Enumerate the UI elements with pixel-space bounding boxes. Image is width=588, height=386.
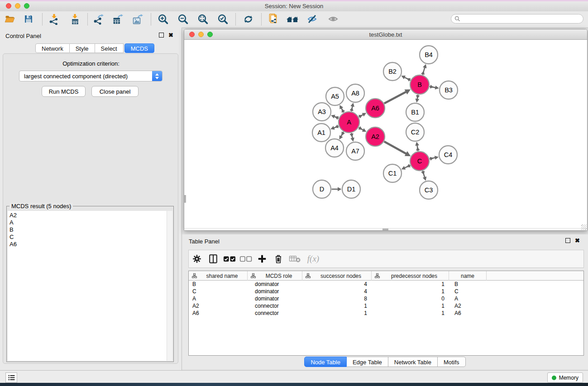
cell-shared-name[interactable]: A2 [189,302,248,310]
import-network-icon[interactable] [48,13,60,25]
graph-node-C3[interactable]: C3 [420,181,438,199]
graph-edge-A6-B[interactable] [384,90,411,104]
tab-edge-table[interactable]: Edge Table [347,357,388,367]
graph-node-B[interactable]: B [410,75,429,94]
cell-predecessor-nodes[interactable]: 0 [372,295,449,302]
graph-edge-A-A1[interactable] [330,124,339,129]
cell-name[interactable]: A6 [449,310,487,317]
show-eye-icon[interactable] [327,13,339,25]
tab-network-table[interactable]: Network Table [388,357,438,367]
close-table-panel-icon[interactable]: ✖ [575,238,580,243]
graph-node-A3[interactable]: A3 [313,103,331,121]
graph-edge-A-A2[interactable] [359,126,367,132]
float-panel-icon[interactable] [159,33,164,38]
table-row[interactable]: Bdominator41B [189,281,583,288]
column-header-shared-name[interactable]: shared name [189,271,248,281]
cell-predecessor-nodes[interactable]: 1 [372,310,449,317]
graph-node-A2[interactable]: A2 [366,127,385,146]
cell-name[interactable]: C [449,288,487,295]
search-field[interactable] [451,14,583,24]
cell-shared-name[interactable]: C [189,288,248,295]
float-table-panel-icon[interactable] [565,238,570,243]
graph-edge-B-B4[interactable] [421,64,427,75]
graph-edge-A-A5[interactable] [339,105,345,113]
mcds-result-item[interactable]: A2 [10,212,167,219]
network-horizontal-scrollbar[interactable] [184,228,587,230]
network-window-titlebar[interactable]: testGlobe.txt [184,29,587,40]
graph-node-A5[interactable]: A5 [326,87,344,105]
cell-shared-name[interactable]: B [189,281,248,288]
close-panel-icon[interactable]: ✖ [168,33,173,37]
zoom-in-icon[interactable] [157,13,169,25]
graph-edge-C-C3[interactable] [421,171,426,181]
result-scrollbar[interactable] [167,211,172,361]
cell-name[interactable]: A [449,295,487,302]
tab-motifs[interactable]: Motifs [438,357,466,367]
graph-node-C[interactable]: C [410,152,429,171]
network-vertical-scroll-thumb[interactable] [184,195,186,203]
graph-node-A8[interactable]: A8 [346,84,364,102]
graph-node-B1[interactable]: B1 [406,103,424,121]
cell-MCDS-role[interactable]: connector [248,302,302,310]
graph-edge-D-D1[interactable] [332,187,342,191]
graph-node-C1[interactable]: C1 [383,164,402,182]
delete-table-icon[interactable] [287,254,303,263]
graph-node-A1[interactable]: A1 [312,124,330,142]
graph-edge-A-A4[interactable] [339,132,345,140]
network-canvas[interactable]: B4B2BB3A8A5A6A3B1AA1C2A2A4A7C4CC1C3DD1 [184,40,587,229]
graph-edge-C-C1[interactable] [402,164,411,170]
optimization-criterion-select[interactable]: largest connected component (directed) [19,71,163,81]
open-session-icon[interactable] [3,13,16,25]
graph-node-D[interactable]: D [313,180,331,198]
houses-icon[interactable] [286,13,299,25]
table-row[interactable]: A2connector11A2 [189,302,583,310]
tab-select[interactable]: Select [95,43,124,53]
zoom-out-icon[interactable] [177,13,189,25]
column-header-MCDS-role[interactable]: MCDS role [248,271,302,281]
column-header-predecessor-nodes[interactable]: predecessor nodes [372,271,449,281]
cell-successor-nodes[interactable]: 4 [302,288,372,295]
cell-predecessor-nodes[interactable]: 1 [372,302,449,310]
mcds-result-item[interactable]: A [10,219,167,226]
cell-MCDS-role[interactable]: connector [248,310,302,317]
export-network-icon[interactable] [92,13,105,25]
graph-node-B2[interactable]: B2 [383,62,402,81]
graph-node-C2[interactable]: C2 [406,123,424,141]
cell-successor-nodes[interactable]: 4 [302,281,372,288]
tab-mcds[interactable]: MCDS [124,43,154,53]
refresh-icon[interactable] [242,13,254,25]
search-input[interactable] [462,15,583,23]
function-builder-icon[interactable]: f(x) [303,254,324,264]
add-column-icon[interactable] [254,254,270,264]
tab-network[interactable]: Network [35,43,70,53]
deselect-all-checkboxes-icon[interactable] [238,255,254,262]
memory-button[interactable]: Memory [547,372,583,383]
cell-shared-name[interactable]: A6 [189,310,248,317]
graph-edge-A2-C[interactable] [384,142,411,156]
cell-predecessor-nodes[interactable]: 1 [372,281,449,288]
cell-successor-nodes[interactable]: 1 [302,302,372,310]
new-network-from-selection-icon[interactable] [267,13,280,25]
graph-edge-A-A6[interactable] [359,113,366,119]
graph-node-D1[interactable]: D1 [342,180,360,198]
graph-node-A4[interactable]: A4 [325,139,344,157]
graph-edge-B-B1[interactable] [415,95,420,103]
column-header-name[interactable]: name [449,271,487,281]
graph-node-A6[interactable]: A6 [366,99,385,118]
graph-node-B4[interactable]: B4 [420,46,438,64]
column-header-successor-nodes[interactable]: successor nodes [302,271,372,281]
window-resize-grip[interactable] [581,224,587,230]
hide-graphics-details-icon[interactable] [306,13,319,25]
tab-node-table[interactable]: Node Table [304,357,347,367]
cell-successor-nodes[interactable]: 1 [302,310,372,317]
graph-node-C4[interactable]: C4 [439,146,457,164]
graph-edge-A-A3[interactable] [331,115,339,120]
cell-shared-name[interactable]: A [189,295,248,302]
cell-predecessor-nodes[interactable]: 1 [372,288,449,295]
table-row[interactable]: Cdominator41C [189,288,583,295]
tab-style[interactable]: Style [70,43,95,53]
mcds-result-item[interactable]: B [10,226,167,234]
task-history-button[interactable] [5,372,17,383]
cell-successor-nodes[interactable]: 8 [302,295,372,302]
mcds-result-item[interactable]: A6 [10,241,167,248]
